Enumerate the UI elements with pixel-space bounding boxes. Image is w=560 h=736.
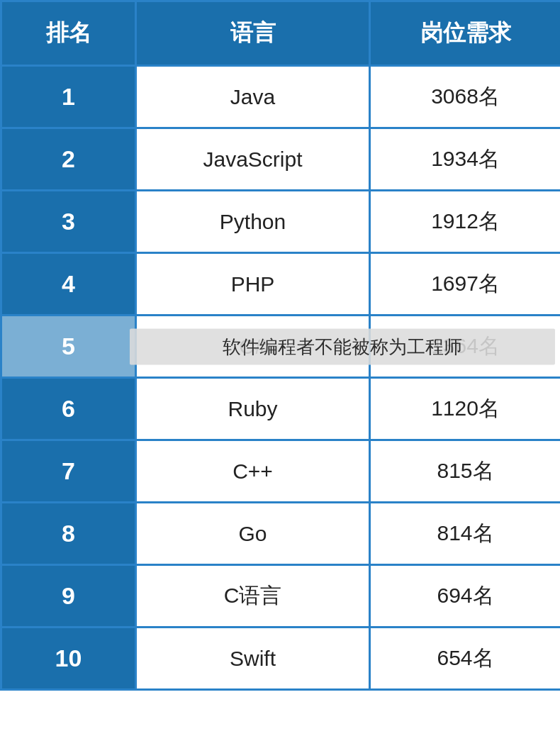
header-language: 语言 xyxy=(136,1,370,66)
cell-rank: 1 xyxy=(1,66,136,128)
cell-demand: 814名 xyxy=(370,503,561,565)
cell-rank: 3 xyxy=(1,191,136,253)
table-row: 5C#软件编程者不能被称为工程师1364名 xyxy=(1,316,561,378)
cell-language: JavaScript xyxy=(136,128,370,191)
cell-rank: 6 xyxy=(1,378,136,440)
cell-language: C#软件编程者不能被称为工程师 xyxy=(136,316,370,378)
header-rank: 排名 xyxy=(1,1,136,66)
cell-demand: 1912名 xyxy=(370,191,561,253)
cell-demand: 1697名 xyxy=(370,253,561,316)
cell-rank: 10 xyxy=(1,628,136,690)
cell-demand: 1934名 xyxy=(370,128,561,191)
table-row: 6Ruby1120名 xyxy=(1,378,561,440)
cell-language: C语言 xyxy=(136,565,370,628)
header-demand: 岗位需求 xyxy=(370,1,561,66)
cell-language: Python xyxy=(136,191,370,253)
ranking-table-container: 排名 语言 岗位需求 1Java3068名2JavaScript1934名3Py… xyxy=(0,0,560,691)
cell-rank: 9 xyxy=(1,565,136,628)
table-row: 4PHP1697名 xyxy=(1,253,561,316)
table-row: 1Java3068名 xyxy=(1,66,561,128)
cell-language: Go xyxy=(136,503,370,565)
table-row: 7C++815名 xyxy=(1,440,561,503)
table-row: 3Python1912名 xyxy=(1,191,561,253)
table-row: 10Swift654名 xyxy=(1,628,561,690)
table-row: 2JavaScript1934名 xyxy=(1,128,561,191)
cell-language: PHP xyxy=(136,253,370,316)
cell-rank: 7 xyxy=(1,440,136,503)
table-row: 8Go814名 xyxy=(1,503,561,565)
table-header-row: 排名 语言 岗位需求 xyxy=(1,1,561,66)
cell-rank: 8 xyxy=(1,503,136,565)
table-row: 9C语言694名 xyxy=(1,565,561,628)
cell-rank: 4 xyxy=(1,253,136,316)
cell-demand: 654名 xyxy=(370,628,561,690)
cell-rank: 2 xyxy=(1,128,136,191)
cell-demand: 815名 xyxy=(370,440,561,503)
cell-language: C++ xyxy=(136,440,370,503)
cell-demand: 1120名 xyxy=(370,378,561,440)
cell-language: Java xyxy=(136,66,370,128)
ranking-table: 排名 语言 岗位需求 1Java3068名2JavaScript1934名3Py… xyxy=(0,0,560,691)
cell-language: Ruby xyxy=(136,378,370,440)
cell-demand: 694名 xyxy=(370,565,561,628)
cell-rank: 5 xyxy=(1,316,136,378)
overlay-text: 软件编程者不能被称为工程师 xyxy=(130,328,555,364)
cell-language: Swift xyxy=(136,628,370,690)
cell-demand: 3068名 xyxy=(370,66,561,128)
